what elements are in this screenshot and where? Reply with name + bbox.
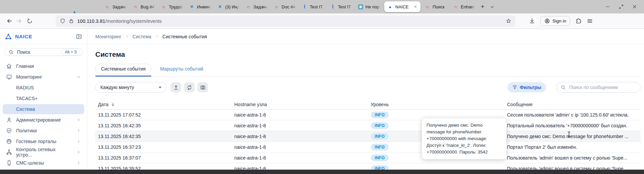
browser-tab[interactable]: ▲ NAICE	[384, 1, 420, 12]
downloads-icon[interactable]	[529, 18, 535, 24]
refresh-interval-select[interactable]: Каждую минуту	[95, 82, 166, 93]
forward-icon[interactable]	[14, 16, 23, 26]
column-header-level[interactable]: Уровень	[368, 102, 504, 107]
cell-message: Получено демо смс: Demo message for phon…	[504, 134, 641, 139]
column-header-message[interactable]: Сообщение	[504, 102, 641, 107]
naice-logo-icon	[5, 33, 12, 40]
tab-label: Поиск - NA	[433, 4, 447, 9]
browser-tab[interactable]: ∩ Задачи - R	[101, 0, 130, 13]
page-title: Система	[95, 50, 641, 58]
browser-tab[interactable]: ṫ Test IT - Te	[327, 0, 355, 13]
cell-hostname: naice-astra-1-8	[232, 144, 368, 150]
sidebar-item-home[interactable]: Главная	[3, 61, 84, 71]
cell-hostname: naice-astra-1-8	[232, 123, 368, 128]
browser-tab[interactable]: ∩ Doc #4248	[270, 0, 299, 13]
chevr-icon	[76, 128, 81, 133]
page-tabs: Системные события Маршруты событий	[95, 64, 641, 74]
window-close-icon[interactable]	[632, 4, 637, 9]
reload-icon[interactable]	[25, 16, 34, 26]
cell-message: Портальный пользователь '+70000000000' б…	[504, 123, 641, 128]
bookmark-star-icon[interactable]	[506, 18, 511, 24]
browser-tab[interactable]: ∩ Enhancem	[450, 0, 478, 13]
message-search[interactable]	[556, 82, 641, 93]
browser-tabbar: ∩ Задачи - R ∩ Bug #4341 ∩ Трудозатр ✕ И…	[0, 0, 644, 13]
tab-close-icon[interactable]	[413, 5, 417, 9]
tab-event-routes[interactable]: Маршруты событий	[160, 66, 203, 72]
window-restore-icon[interactable]	[618, 4, 624, 9]
testit-icon: ṫ	[330, 4, 336, 10]
sort-desc-icon[interactable]	[110, 102, 115, 107]
events-table: Дата Hostname узла Уровень Сообщение 13.…	[95, 99, 641, 174]
sidebar-search-input[interactable]	[16, 49, 53, 55]
pinned-tab[interactable]	[61, 4, 67, 10]
text-cursor	[567, 132, 571, 137]
pinned-tab[interactable]	[50, 4, 56, 10]
table-row[interactable]: 13.11.2025 16:37:23 naice-astra-1-8 INFO…	[95, 142, 641, 153]
table-row[interactable]: 13.11.2025 16:37:07 naice-astra-1-8 INFO…	[95, 153, 641, 163]
pinned-tab[interactable]	[93, 4, 99, 10]
redmine-icon: ∩	[425, 4, 430, 10]
app: NAICE Alt + S Главная Мониторинг	[0, 29, 644, 170]
tab-label: (3) Индив	[225, 4, 239, 9]
shield-icon[interactable]	[60, 18, 65, 24]
sidebar-item-administration[interactable]: Администрирование	[3, 115, 84, 125]
sidebar-collapse-icon[interactable]	[76, 33, 82, 40]
tab-system-events[interactable]: Системные события	[95, 64, 151, 74]
sidebar-item-guest-portals[interactable]: Гостевые порталы	[3, 136, 84, 146]
caret-down-icon	[159, 87, 161, 88]
filters-button[interactable]: Фильтры	[507, 82, 546, 92]
tab-list-chevron-icon[interactable]	[487, 2, 497, 11]
pinned-tab[interactable]	[7, 4, 13, 10]
browser-tab[interactable]: ✕ (3) Индив	[214, 0, 242, 13]
table-row[interactable]: 13.11.2025 16:42:35 naice-astra-1-8 INFO…	[95, 120, 641, 131]
table-header: Дата Hostname узла Уровень Сообщение	[95, 99, 641, 110]
browser-tab[interactable]: ∩ Bug #4341	[130, 0, 158, 13]
table-row[interactable]: 13.11.2025 16:42:35 naice-astra-1-8 INFO…	[95, 131, 641, 142]
back-icon[interactable]	[5, 16, 14, 26]
extensions-puzzle-icon[interactable]	[575, 18, 582, 24]
pinned-tab[interactable]	[71, 4, 78, 10]
message-search-input[interactable]	[568, 84, 632, 90]
sidebar-search[interactable]: Alt + S	[4, 48, 83, 56]
pinned-tab[interactable]	[39, 4, 45, 10]
sidebar-item-label: СМС-шлюзы	[16, 160, 44, 166]
browser-tab[interactable]: ∩ Задачи - N	[242, 0, 270, 13]
sidebar-item-system[interactable]: Система	[3, 104, 84, 114]
export-button[interactable]	[170, 82, 181, 92]
refresh-button[interactable]	[184, 82, 195, 92]
column-header-hostname[interactable]: Hostname узла	[232, 102, 368, 107]
sign-in-button[interactable]: Sign in	[540, 16, 570, 26]
browser-tab[interactable]: ✕ Инвентар	[186, 0, 214, 13]
browser-tab[interactable]: ṫ Test IT - Te	[299, 0, 327, 13]
sidebar-item-network-control[interactable]: Контроль сетевых устро...	[3, 147, 84, 157]
columns-button[interactable]	[197, 82, 208, 92]
sidebar-header: NAICE	[0, 29, 87, 44]
browser-tab[interactable]: ∩ Трудозатр	[158, 0, 186, 13]
sidebar-item-policies[interactable]: Политики	[3, 126, 84, 136]
window-minimize-icon[interactable]	[605, 4, 610, 9]
cell-hostname: naice-astra-1-8	[232, 155, 368, 161]
sidebar-item-tacacs[interactable]: TACACS+	[3, 93, 84, 103]
table-row[interactable]: 13.11.2025 17:07:52 naice-astra-1-8 INFO…	[95, 110, 641, 120]
sidebar-item-radius[interactable]: RADIUS	[3, 83, 84, 93]
table-body: 13.11.2025 17:07:52 naice-astra-1-8 INFO…	[95, 110, 641, 174]
browser-tab[interactable]: Не пора л	[355, 0, 383, 13]
pinned-tab[interactable]	[18, 4, 24, 10]
new-tab-button[interactable]: +	[478, 2, 487, 11]
breadcrumb-item[interactable]: Мониторинг	[95, 34, 121, 39]
url-bar[interactable]: 100.110.3.81/monitoring/system/events	[56, 15, 515, 27]
tab-label: Не пора л	[365, 4, 380, 9]
hamburger-menu-icon[interactable]	[587, 18, 593, 24]
browser-tab[interactable]: ∩ Поиск - NA	[422, 0, 450, 13]
lock-icon[interactable]	[68, 18, 74, 24]
search-icon	[8, 49, 14, 55]
cell-message: Портал 'Портал 2' был изменён.	[504, 144, 641, 150]
breadcrumb-item[interactable]: Система	[133, 34, 151, 39]
pinned-tab[interactable]	[29, 4, 35, 10]
sidebar-item-sms-gateways[interactable]: СМС-шлюзы	[3, 158, 84, 168]
tab-label: Test IT - Te	[338, 4, 352, 9]
sidebar-item-monitoring[interactable]: Мониторинг	[3, 72, 84, 82]
column-header-date[interactable]: Дата	[95, 102, 232, 107]
pinned-tab[interactable]	[82, 4, 88, 10]
testit-icon: ṫ	[302, 4, 307, 10]
